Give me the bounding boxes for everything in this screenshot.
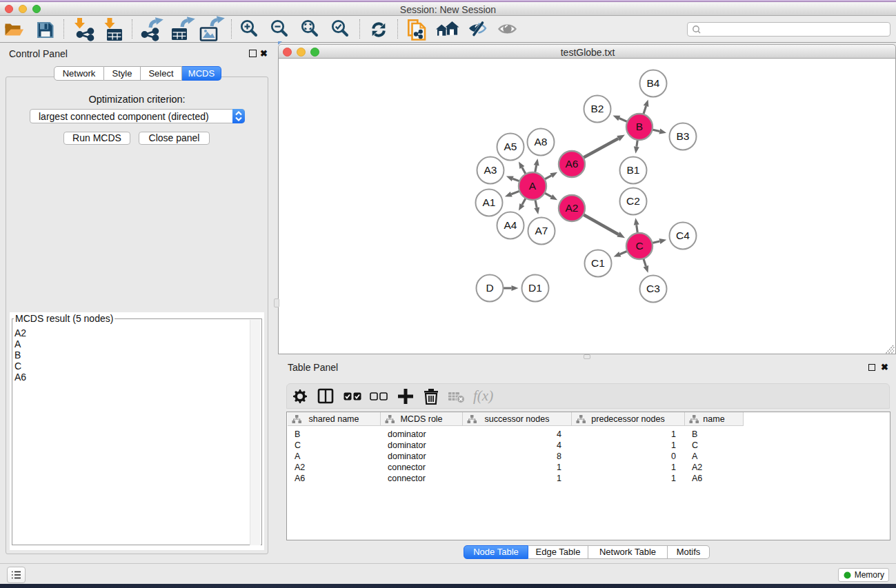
svg-text:B4: B4 [647, 77, 660, 89]
svg-text:B2: B2 [591, 103, 604, 114]
svg-text:A5: A5 [504, 141, 517, 152]
svg-text:A1: A1 [483, 196, 496, 208]
svg-text:A7: A7 [535, 225, 548, 236]
svg-text:B1: B1 [627, 164, 640, 176]
svg-text:C1: C1 [591, 257, 605, 269]
svg-text:A8: A8 [535, 136, 548, 148]
svg-text:C3: C3 [646, 283, 660, 294]
svg-text:C: C [635, 240, 643, 252]
svg-text:B3: B3 [677, 130, 690, 142]
svg-text:C2: C2 [626, 195, 640, 207]
svg-text:A2: A2 [566, 202, 579, 214]
svg-text:A4: A4 [504, 219, 517, 231]
svg-text:C4: C4 [676, 230, 690, 241]
svg-text:A3: A3 [484, 164, 497, 176]
svg-text:A: A [529, 180, 537, 192]
svg-text:A6: A6 [566, 158, 579, 170]
svg-text:D1: D1 [528, 282, 542, 294]
svg-text:D: D [486, 282, 493, 294]
svg-text:B: B [636, 121, 643, 132]
